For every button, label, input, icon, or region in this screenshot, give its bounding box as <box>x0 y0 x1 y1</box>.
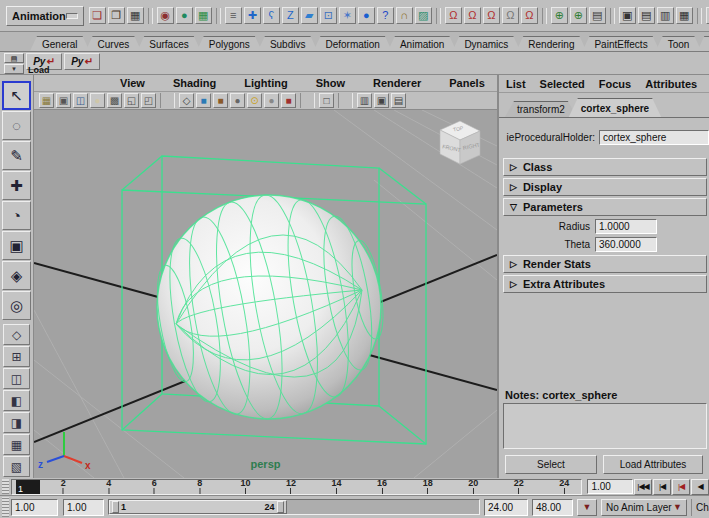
viewport-menu[interactable]: Show <box>302 77 359 89</box>
shelf-tab[interactable]: Curves <box>86 36 142 51</box>
magnet-plane-icon[interactable]: Ω <box>502 7 519 24</box>
sphere-blue-icon[interactable]: ● <box>358 7 375 24</box>
viewport-menu[interactable]: Lighting <box>230 77 301 89</box>
zigzag-curve-icon[interactable]: Z <box>282 7 299 24</box>
ipr-render-icon[interactable]: ▥ <box>657 7 674 24</box>
hypershade-layout-button[interactable]: ▦ <box>3 434 30 455</box>
step-back-key-button[interactable]: |◀ <box>672 479 690 495</box>
playback-range[interactable]: 1 24 <box>109 500 287 514</box>
magnet-live-icon[interactable]: Ω <box>521 7 538 24</box>
playback-start-field[interactable]: 1.00 <box>63 499 104 516</box>
magnet-curve-icon[interactable]: Ω <box>464 7 481 24</box>
panel-frame-icon[interactable]: ▣ <box>374 93 389 108</box>
stack-icon[interactable]: ≡ <box>225 7 242 24</box>
section-display[interactable]: ▷ Display <box>503 178 707 196</box>
rotate-tool[interactable]: ◔ <box>2 201 31 230</box>
load-attributes-button[interactable]: Load Attributes <box>603 455 703 474</box>
history-list-icon[interactable]: ▤ <box>589 7 606 24</box>
new-scene-icon[interactable]: ❏ <box>89 7 106 24</box>
panel-book-icon[interactable]: ▥ <box>357 93 372 108</box>
paint-select-tool[interactable]: ✎ <box>2 141 31 170</box>
drag-handle[interactable] <box>2 497 9 517</box>
attribute-editor-menu[interactable]: Focus <box>592 78 638 90</box>
character-set-menu-partial[interactable]: Cha <box>691 499 709 516</box>
shadows-icon[interactable]: ● <box>264 93 279 108</box>
viewport-menu[interactable]: Shading <box>159 77 230 89</box>
animation-end-field[interactable]: 48.00 <box>532 499 573 516</box>
textured-icon[interactable]: ■ <box>213 93 228 108</box>
lock-icon[interactable]: ∩ <box>396 7 413 24</box>
marquee-icon[interactable]: ⊡ <box>320 7 337 24</box>
default-material-icon[interactable]: ● <box>230 93 245 108</box>
go-to-start-button[interactable]: |◀◀ <box>634 479 652 495</box>
shelf-tab[interactable]: Rendering <box>516 36 586 51</box>
attribute-editor-menu[interactable]: Show <box>704 78 709 90</box>
anim-layer-menu[interactable]: No Anim Layer ▼ <box>601 499 687 516</box>
curve-icon[interactable]: ʕ <box>263 7 280 24</box>
select-region-icon[interactable]: ▨ <box>415 7 432 24</box>
notes-textarea[interactable] <box>503 403 707 449</box>
input-connection-icon[interactable]: ⊕ <box>551 7 568 24</box>
graph-persp-layout-button[interactable]: ◨ <box>3 412 30 433</box>
shelf-tab[interactable]: Animation <box>388 36 456 51</box>
output-connection-icon[interactable]: ⊕ <box>570 7 587 24</box>
isolate-select-icon[interactable]: □ <box>319 93 334 108</box>
drag-handle[interactable] <box>2 479 9 494</box>
magnet-point-icon[interactable]: Ω <box>483 7 500 24</box>
shelf-tab[interactable]: Custom <box>697 36 709 51</box>
select-button[interactable]: Select <box>505 455 597 474</box>
shelf-tab[interactable]: Dynamics <box>452 36 520 51</box>
render-settings-icon[interactable]: ▦ <box>676 7 693 24</box>
scale-tool[interactable]: ▣ <box>2 231 31 260</box>
viewport-menu[interactable]: View <box>106 77 159 89</box>
section-parameters[interactable]: ▽ Parameters <box>503 198 707 216</box>
save-scene-icon[interactable]: ▦ <box>127 7 144 24</box>
four-pane-layout-button[interactable]: ⊞ <box>3 346 30 367</box>
field-chart-icon[interactable]: ▩ <box>107 93 122 108</box>
wireframe-icon[interactable]: ◇ <box>179 93 194 108</box>
attribute-editor-menu[interactable]: List <box>499 78 533 90</box>
shelf-tab[interactable]: General <box>30 36 90 51</box>
cursor-star-icon[interactable]: ✶ <box>339 7 356 24</box>
shaded-icon[interactable]: ■ <box>196 93 211 108</box>
render-view-icon[interactable]: ▣ <box>619 7 636 24</box>
attribute-editor-menu[interactable]: Attributes <box>638 78 704 90</box>
outliner-persp-layout-button[interactable]: ◧ <box>3 390 30 411</box>
render-current-frame-icon[interactable]: ▤ <box>638 7 655 24</box>
section-render-stats[interactable]: ▷ Render Stats <box>503 255 707 273</box>
parameter-field[interactable]: 1.0000 <box>595 219 657 234</box>
shelf-tab[interactable]: Toon <box>656 36 702 51</box>
open-scene-icon[interactable]: ❐ <box>108 7 125 24</box>
gate-mask-icon[interactable]: ● <box>90 93 105 108</box>
play-backwards-button[interactable]: ◀ <box>691 479 709 495</box>
shelf-menu-icon[interactable]: ▤ <box>4 53 24 63</box>
animation-start-field[interactable]: 1.00 <box>11 499 58 516</box>
two-pane-layout-button[interactable]: ◫ <box>3 368 30 389</box>
playback-options-dropdown[interactable]: ▼ <box>577 499 597 516</box>
safe-title-icon[interactable]: ◰ <box>141 93 156 108</box>
single-pane-layout-button[interactable]: ◇ <box>3 324 30 345</box>
current-frame-marker[interactable]: 1 <box>16 480 40 494</box>
attribute-editor-menu[interactable]: Selected <box>533 78 592 90</box>
range-end-handle[interactable] <box>277 501 284 513</box>
node-tab[interactable]: cortex_sphere <box>569 98 661 117</box>
range-start-handle[interactable] <box>112 501 119 513</box>
playback-end-field[interactable]: 24.00 <box>484 499 528 516</box>
shelf-tab[interactable]: PaintEffects <box>582 36 659 51</box>
shelf-tab-arrow-icon[interactable]: ▼ <box>4 64 24 74</box>
shelf-tab[interactable]: Polygons <box>197 36 262 51</box>
shelf-tab[interactable]: Deformation <box>313 36 391 51</box>
plane-icon[interactable]: ▰ <box>301 7 318 24</box>
lasso-tool[interactable]: ◌ <box>2 111 31 140</box>
paint-layout-button[interactable]: ▧ <box>3 456 30 477</box>
current-time-field[interactable]: 1.00 <box>587 479 633 494</box>
node-tab[interactable]: transform2 <box>505 101 577 117</box>
section-class[interactable]: ▷ Class <box>503 158 707 176</box>
shelf-tab[interactable]: Surfaces <box>137 36 200 51</box>
universal-manipulator-tool[interactable]: ◈ <box>2 261 31 290</box>
xray-icon[interactable]: ■ <box>281 93 296 108</box>
py-script-button[interactable]: Py↵ <box>64 53 100 70</box>
film-gate-icon[interactable]: ▣ <box>56 93 71 108</box>
help-icon[interactable]: ? <box>377 7 394 24</box>
parameter-field[interactable]: 360.0000 <box>595 237 657 252</box>
